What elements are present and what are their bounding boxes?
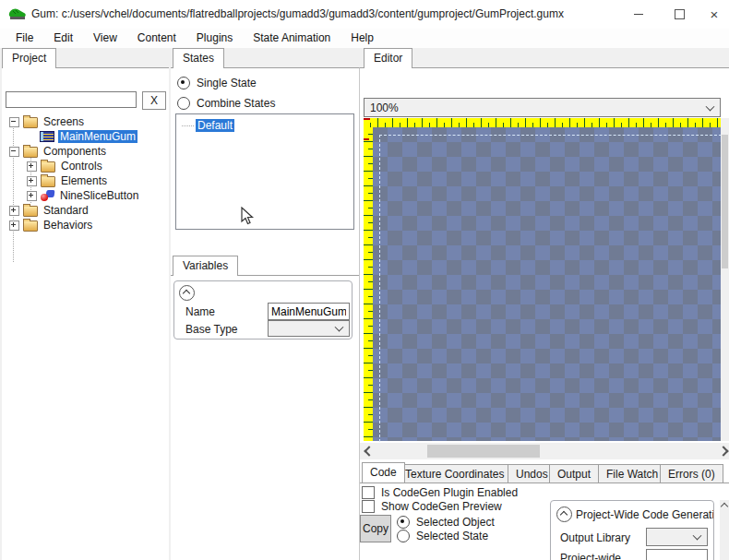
expand-icon[interactable] [27,191,37,201]
tab-code[interactable]: Code [362,462,405,483]
state-label-selected: Default [196,119,234,132]
folder-icon [23,117,38,128]
collapse-icon[interactable] [9,147,19,157]
radio-off-icon [177,97,190,110]
chevron-down-icon [693,531,702,541]
collapse-icon[interactable] [9,117,19,127]
expand-icon[interactable] [27,176,37,186]
menu-help[interactable]: Help [341,29,384,48]
variables-groupbox: Name Base Type [173,280,353,340]
gum-window: Gum: c:/users/vchel/documents/flatredbal… [0,0,729,560]
expand-icon[interactable] [9,220,19,231]
editor-horizontal-scrollbar[interactable] [360,443,729,459]
radio-selected-state[interactable]: Selected State [397,530,488,542]
tree-row-mainmenugum[interactable]: MainMenuGum [40,129,137,144]
expand-icon[interactable] [9,206,19,216]
menu-bar: File Edit View Content Plugins State Ani… [0,29,729,48]
menu-file[interactable]: File [6,29,43,48]
menu-state-animation[interactable]: State Animation [243,29,341,48]
folder-icon [23,220,38,232]
tree-item-label: Standard [42,204,90,217]
tree-row-standard[interactable]: Standard [9,203,90,218]
editor-vertical-scrollbar[interactable] [721,118,729,441]
output-library-label: Output Library [560,531,630,544]
folder-icon [23,147,38,158]
radio-single-state[interactable]: Single State [177,77,257,89]
tree-item-label: Components [42,145,108,158]
search-clear-button[interactable]: X [142,91,166,110]
minimize-button[interactable] [618,0,659,28]
menu-edit[interactable]: Edit [43,29,83,48]
checkbox-codegen-preview[interactable]: Show CodeGen Preview [362,500,502,513]
tab-errors[interactable]: Errors (0) [660,464,723,483]
radio-label: Selected State [416,530,488,542]
component-icon [41,190,54,201]
tab-project[interactable]: Project [2,48,56,68]
radio-combine-states[interactable]: Combine States [177,97,275,110]
close-button[interactable]: × [699,0,729,28]
tree-item-label-selected: MainMenuGum [58,130,137,143]
folder-icon [23,206,38,217]
project-panel: X Screens MainMenuGum Components Co [2,67,169,560]
vertical-ruler [364,127,373,441]
tab-texture-coordinates[interactable]: Texture Coordinates [397,464,512,483]
tree-item-label: Controls [59,160,104,173]
editor-canvas[interactable] [373,127,721,441]
horizontal-ruler [364,118,721,127]
folder-icon [41,176,55,187]
project-search-input[interactable] [6,91,137,108]
radio-off-icon [397,530,410,542]
base-type-dropdown[interactable] [268,320,350,337]
radio-label: Single State [197,77,257,89]
tree-row-elements[interactable]: Elements [27,173,109,188]
name-field[interactable] [268,303,350,320]
zoom-dropdown[interactable]: 100% [364,98,721,117]
tree-item-label: NineSliceButton [58,189,140,202]
tab-file-watch[interactable]: File Watch [598,464,666,483]
menu-view[interactable]: View [83,29,127,48]
editor-panel: 100% Code Texture Coordinates Undos Outp… [360,67,729,560]
tree-row-nineslicebutton[interactable]: NineSliceButton [27,188,140,203]
radio-on-icon [177,77,190,89]
ruler-position-marker [364,138,369,140]
tree-stub-line [182,125,194,126]
close-icon: × [711,7,719,21]
tab-states[interactable]: States [173,48,224,68]
tab-editor[interactable]: Editor [364,48,412,68]
project-wide-codegen-groupbox: Project-Wide Code Generation Output Libr… [550,500,714,560]
scrollbar-thumb[interactable] [722,135,728,268]
output-library-dropdown[interactable] [646,528,708,546]
title-bar: Gum: c:/users/vchel/documents/flatredbal… [0,0,729,30]
menu-content[interactable]: Content [127,29,186,48]
window-title: Gum: c:/users/vchel/documents/flatredbal… [31,7,564,20]
state-item-default[interactable]: Default [182,119,234,132]
radio-selected-object[interactable]: Selected Object [397,516,495,529]
collapse-chevron-icon[interactable] [556,506,572,522]
screen-bounds-outline [379,135,722,442]
tab-output[interactable]: Output [549,464,599,483]
project-wide-usings-field[interactable] [646,549,708,560]
scroll-left-icon[interactable] [364,446,374,456]
maximize-button[interactable] [659,0,699,28]
tree-row-components[interactable]: Components [9,144,108,159]
copy-button[interactable]: Copy [360,515,391,542]
radio-label: Combine States [197,97,275,110]
tree-row-controls[interactable]: Controls [27,159,104,173]
scrollbar-thumb[interactable] [427,445,540,458]
screen-icon [40,131,54,142]
tree-row-screens[interactable]: Screens [9,114,86,129]
scroll-right-icon[interactable] [718,446,728,456]
tab-variables[interactable]: Variables [173,256,238,276]
checkbox-codegen-enabled[interactable]: Is CodeGen Plugin Enabled [362,486,518,499]
menu-plugins[interactable]: Plugins [186,29,243,48]
checkbox-icon [362,500,375,513]
bottom-panel-scrollbar[interactable] [720,500,729,560]
scroll-up-icon[interactable] [721,503,728,510]
collapse-chevron-icon[interactable] [179,285,195,301]
expand-icon[interactable] [27,161,37,172]
maximize-icon [675,9,685,19]
tree-row-behaviors[interactable]: Behaviors [9,218,94,232]
checkbox-label: Show CodeGen Preview [381,500,502,513]
project-tree: Screens MainMenuGum Components Controls … [2,113,169,560]
checkbox-label: Is CodeGen Plugin Enabled [381,486,518,499]
